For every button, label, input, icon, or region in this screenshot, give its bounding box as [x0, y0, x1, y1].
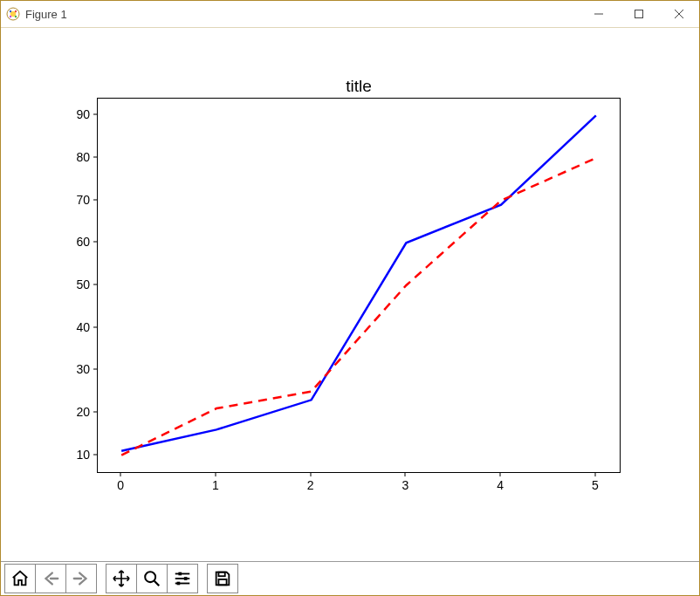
svg-rect-15: [184, 577, 188, 580]
x-tick-mark: [120, 473, 121, 476]
svg-rect-19: [218, 579, 226, 585]
save-button[interactable]: [207, 564, 238, 593]
maximize-button[interactable]: [619, 1, 659, 27]
svg-line-11: [154, 581, 160, 586]
minimize-button[interactable]: [579, 1, 619, 27]
forward-button[interactable]: [65, 564, 97, 593]
home-button[interactable]: [4, 564, 36, 593]
y-tick-label: 10: [55, 448, 90, 462]
y-tick-mark: [93, 454, 97, 455]
y-tick-label: 70: [55, 193, 90, 207]
titlebar-left: Figure 1: [1, 7, 67, 21]
plot-area: [97, 98, 621, 473]
svg-rect-18: [218, 572, 224, 577]
close-icon: [675, 10, 683, 18]
zoom-icon: [142, 569, 161, 588]
x-tick-label: 0: [117, 478, 124, 492]
y-tick-label: 20: [55, 405, 90, 419]
pan-button[interactable]: [106, 564, 137, 593]
pan-icon: [112, 569, 131, 588]
x-tick-label: 2: [307, 478, 314, 492]
x-tick-mark: [215, 473, 216, 476]
series-line: [121, 158, 596, 455]
titlebar: Figure 1: [1, 1, 699, 28]
window-title: Figure 1: [25, 8, 67, 21]
y-tick-mark: [93, 326, 97, 327]
back-icon: [41, 569, 60, 588]
chart-title: title: [97, 77, 621, 96]
x-tick-label: 5: [592, 478, 599, 492]
window-controls: [579, 1, 699, 27]
y-tick-label: 60: [55, 235, 90, 249]
home-icon: [10, 569, 30, 588]
svg-point-4: [15, 16, 17, 17]
svg-point-5: [10, 16, 11, 17]
x-tick-label: 1: [212, 478, 219, 492]
svg-rect-7: [635, 10, 643, 18]
figure-window: Figure 1 title 102030405060708090012345: [0, 0, 700, 596]
x-tick-label: 3: [401, 478, 408, 492]
close-button[interactable]: [659, 1, 699, 27]
svg-point-3: [15, 10, 17, 12]
svg-point-10: [145, 572, 155, 582]
chart-canvas[interactable]: title 102030405060708090012345: [1, 28, 699, 561]
y-tick-mark: [93, 284, 97, 285]
y-tick-mark: [93, 199, 97, 200]
x-tick-label: 4: [497, 478, 504, 492]
y-tick-label: 80: [55, 150, 90, 164]
x-tick-mark: [594, 473, 595, 476]
x-tick-mark: [500, 473, 501, 476]
back-button[interactable]: [35, 564, 66, 593]
app-icon: [6, 7, 20, 21]
minimize-icon: [594, 10, 603, 18]
y-tick-mark: [93, 157, 97, 158]
y-tick-label: 40: [55, 320, 90, 334]
x-tick-mark: [310, 473, 311, 476]
svg-rect-17: [177, 582, 181, 586]
zoom-button[interactable]: [136, 564, 168, 593]
nav-toolbar: [1, 561, 699, 595]
forward-icon: [72, 569, 91, 588]
y-tick-mark: [93, 369, 97, 370]
y-tick-label: 50: [55, 277, 90, 291]
config-icon: [173, 569, 192, 588]
y-tick-label: 90: [55, 107, 90, 121]
series-line: [121, 115, 596, 450]
maximize-icon: [635, 10, 643, 18]
configure-button[interactable]: [167, 564, 198, 593]
svg-rect-13: [178, 572, 182, 576]
save-icon: [213, 569, 232, 588]
y-tick-mark: [93, 242, 97, 243]
svg-point-2: [10, 10, 11, 12]
y-tick-label: 30: [55, 362, 90, 376]
y-tick-mark: [93, 114, 97, 115]
y-tick-mark: [93, 411, 97, 412]
plot-svg: [98, 99, 620, 472]
x-tick-mark: [405, 473, 406, 476]
